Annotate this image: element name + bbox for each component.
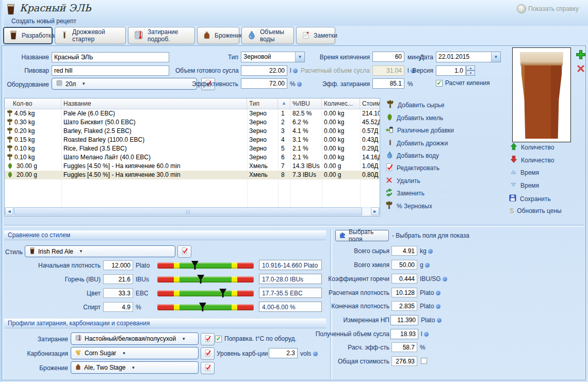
replace-ingredient-button[interactable]: Заменить — [385, 188, 424, 198]
qty-down-button[interactable]: Количество — [510, 155, 554, 165]
carbonation-value: Corn Sugar — [85, 350, 116, 357]
chevron-down-icon: ▼ — [122, 351, 126, 356]
equipment-combo[interactable]: 20л ▼ — [52, 78, 197, 90]
cell-cost: 0.43Д — [362, 136, 380, 143]
date-value: 22.01.2015 — [436, 52, 491, 62]
brewer-label: Пивовар — [5, 67, 49, 74]
carbonation-combo[interactable]: Corn Sugar ▼ — [71, 347, 199, 359]
spin-down-icon[interactable]: ▼ — [466, 71, 475, 76]
tab-design[interactable]: Разработка — [3, 27, 53, 44]
grain-icon — [6, 154, 13, 162]
efficiency-input[interactable]: 72.00 — [241, 78, 287, 89]
tab-water-volumes[interactable]: Объемы воды — [241, 27, 294, 44]
h-scrollbar-thumb[interactable] — [14, 207, 362, 215]
fermentation-edit-button[interactable] — [201, 362, 215, 374]
delete-recipe-x-icon[interactable] — [576, 63, 586, 75]
mash-profile-combo[interactable]: Настойный/белковая/полусухой ▼ — [71, 333, 199, 345]
cell-type: Зерно — [249, 110, 276, 117]
cost-checkbox[interactable] — [421, 358, 427, 364]
tab-notes[interactable]: Заметки — [296, 27, 335, 44]
checkbox-check-icon: ✓ — [215, 336, 222, 342]
action-label: Заменить — [397, 190, 424, 197]
col-header-cost[interactable]: Стоим — [360, 98, 380, 109]
scroll-left-icon[interactable]: ◄ — [5, 207, 13, 215]
add-misc-button[interactable]: Различные добавки — [385, 125, 454, 136]
cell-num: 4 — [281, 136, 289, 143]
col-header-type[interactable]: Тип — [247, 98, 278, 109]
add-yeast-button[interactable]: Добавить дрожжи — [387, 138, 448, 148]
add-water-button[interactable]: Добавить воду — [386, 151, 439, 161]
grain-icon — [385, 201, 394, 211]
boil-time-label: Время кипячения — [316, 54, 370, 61]
table-row[interactable]: 0.10 kg Шато Мелано Лайт (40.0 EBC) Зерн… — [5, 153, 380, 162]
grain-icon — [6, 127, 13, 136]
type-combo[interactable]: Зерновой ▼ — [241, 52, 305, 62]
measured-og-input[interactable]: 11.390 — [390, 315, 418, 325]
boil-time-input[interactable]: 60 — [372, 52, 404, 62]
col-header-amount[interactable]: Количес... — [322, 98, 360, 109]
qty-up-button[interactable]: Количество — [510, 142, 554, 152]
add-hops-button[interactable]: Добавить хмель — [386, 113, 443, 123]
table-row[interactable]: 0.30 kg Шато Бисквит (50.0 EBC) Зерно 2 … — [5, 118, 380, 127]
edit-icon — [181, 247, 188, 256]
hop-icon — [386, 113, 394, 123]
boil-calc-checkbox[interactable]: ✓ Расчет кипения — [436, 79, 489, 87]
table-row[interactable]: 0.10 kg Rice, Flaked (3.5 EBC) Зерно 5 2… — [5, 144, 380, 153]
version-input[interactable]: 1.0 — [436, 65, 466, 76]
scroll-right-icon[interactable]: ► — [371, 207, 379, 215]
time-down-button[interactable]: Время — [510, 181, 539, 190]
col-header-name[interactable]: Название — [61, 98, 247, 109]
save-button[interactable]: Сохранить — [509, 194, 551, 204]
mash-temp-adjust-checkbox[interactable]: ✓ Поправка. t°C по оборуд. — [215, 335, 297, 342]
cell-pct: 82.5 % — [292, 110, 321, 117]
col-header-qty[interactable]: Кол-во — [5, 98, 61, 109]
tab-mash-detail[interactable]: Затирание подроб. — [128, 27, 195, 44]
delete-ingredient-button[interactable]: Удалить — [385, 176, 420, 186]
triangle-down-icon — [510, 181, 517, 190]
style-edit-button[interactable] — [177, 245, 191, 258]
measured-volume-input[interactable]: 18.93 — [390, 329, 418, 339]
choose-fields-button[interactable]: Выбрать поля — [335, 230, 389, 241]
mash-eff-input[interactable]: 85.1 — [372, 78, 404, 89]
spin-up-icon[interactable]: ▲ — [466, 65, 475, 71]
efficiency-label: Эффективность — [191, 80, 238, 88]
style-combo[interactable]: Irish Red Ale ▼ — [25, 245, 175, 257]
mash-edit-button[interactable] — [201, 333, 215, 345]
version-spinner[interactable]: ▲▼ — [466, 65, 475, 76]
table-row[interactable]: 4.05 kg Pale Ale (6.0 EBC) Зерно 1 82.5 … — [5, 109, 380, 118]
edit-ingredient-button[interactable]: Редактировать — [385, 163, 439, 173]
carbonation-edit-button[interactable] — [201, 347, 215, 360]
batch-volume-input[interactable]: 22.00 — [241, 65, 287, 76]
table-row[interactable]: 0.20 kg Barley, Flaked (2.5 EBC) Зерно 3… — [5, 127, 380, 136]
name-input[interactable]: Красный ЭЛЬ — [52, 52, 169, 62]
color-marker-icon — [219, 289, 226, 297]
field-value: 58.7 — [391, 342, 417, 352]
col-header-pct-ibu[interactable]: %/IBU — [290, 98, 322, 109]
show-help-link[interactable]: ? Показать справку — [517, 4, 588, 13]
table-row[interactable]: 0.15 kg Roasted Barley (1100.0 EBC) Зерн… — [5, 136, 380, 144]
time-up-button[interactable]: Время — [510, 168, 539, 177]
brewer-input[interactable]: red hill — [52, 65, 169, 76]
boil-calc-label: Расчет кипения — [445, 79, 489, 87]
fermentation-combo[interactable]: Ale, Two Stage ▼ — [71, 361, 199, 374]
cell-type: Зерно — [249, 127, 276, 135]
cell-qty: 4.05 kg — [14, 110, 60, 117]
update-prices-button[interactable]: $Обновить цены — [510, 207, 562, 215]
action-label: Добавить дрожжи — [397, 140, 448, 147]
tab-fermentation[interactable]: Брожение — [197, 27, 239, 44]
chevron-down-icon: ▼ — [79, 249, 83, 254]
col-header-sort-icon[interactable]: ▲ — [278, 98, 290, 109]
cell-qty: 30.00 g — [17, 162, 60, 170]
date-combo[interactable]: 22.01.2015 ▼ — [436, 52, 501, 62]
action-label: Различные добавки — [397, 127, 454, 134]
lock-dot-icon — [437, 318, 442, 323]
percent-grain-button[interactable]: % Зерновых — [385, 201, 432, 211]
grain-icon — [6, 110, 13, 119]
add-recipe-plus-icon[interactable] — [575, 49, 586, 62]
cell-amt: 0.00 kg — [324, 136, 358, 143]
style-label: Стиль — [5, 248, 22, 256]
table-row[interactable]: 30.00 g Fuggles [4.50 %] - На кипячение … — [5, 162, 380, 171]
tab-yeast-starter[interactable]: Дрожжевой стартер — [55, 27, 126, 44]
add-grain-button[interactable]: Добавить сырье — [386, 100, 445, 110]
table-row-selected[interactable]: 20.00 g Fuggles [4.50 %] - На кипячение … — [5, 171, 380, 179]
